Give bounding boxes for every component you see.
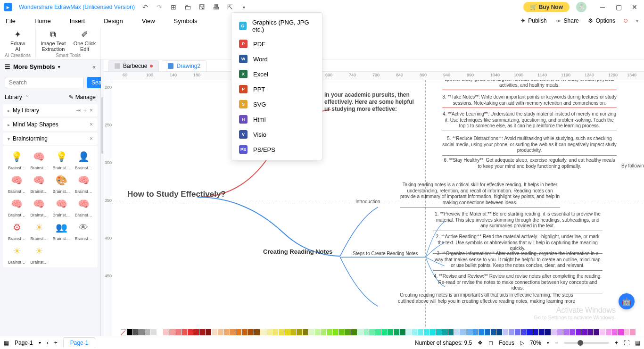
shape-item[interactable]: ☀Brainst… [7, 243, 27, 265]
color-swatch[interactable] [454, 329, 460, 335]
color-swatch[interactable] [297, 329, 302, 335]
node-introduction[interactable]: Introduction [355, 199, 380, 205]
share-button[interactable]: ∞Share [555, 17, 579, 24]
maximize-icon[interactable]: ▢ [613, 3, 624, 11]
plus-icon[interactable]: + [83, 107, 87, 114]
color-swatch[interactable] [606, 329, 611, 335]
export-option[interactable]: SSVG [231, 97, 322, 112]
menu-view[interactable]: View [142, 17, 155, 25]
color-swatch[interactable] [612, 329, 618, 335]
color-swatch[interactable] [618, 329, 624, 335]
shape-item[interactable]: 🧠Brainst… [7, 196, 27, 217]
color-swatch[interactable] [242, 329, 248, 335]
menu-file[interactable]: File [6, 17, 16, 25]
shape-item[interactable]: ⚙Brainst… [7, 219, 27, 241]
color-swatch[interactable] [630, 329, 636, 335]
open-icon[interactable]: 🗀 [184, 3, 191, 11]
buy-now-button[interactable]: 🛒 Buy Now [523, 2, 570, 12]
color-swatch[interactable] [594, 329, 599, 335]
export-option[interactable]: HHtml [231, 112, 322, 127]
color-swatch[interactable] [193, 329, 199, 335]
tab-barbecue[interactable]: Barbecue [108, 60, 159, 71]
color-swatch[interactable] [248, 329, 254, 335]
color-swatch[interactable] [218, 329, 223, 335]
node-b-intro[interactable]: Taking reading notes is a critical skill… [400, 182, 560, 208]
color-swatch[interactable] [303, 329, 308, 335]
sidebar-item-mind-map[interactable]: ▸ Mind Map Shapes × [3, 118, 98, 131]
color-swatch[interactable] [175, 329, 181, 335]
export-option[interactable]: WWord [231, 51, 322, 66]
image-text-extraction-button[interactable]: ⧉ Image Text Extraction [41, 30, 66, 52]
color-swatch[interactable] [224, 329, 230, 335]
color-swatch[interactable] [539, 329, 545, 335]
color-swatch[interactable] [260, 329, 266, 335]
node-intro-para[interactable]: in your academic pursuits, then effectiv… [324, 91, 428, 113]
publish-button[interactable]: ✈Publish [520, 17, 546, 24]
edraw-ai-button[interactable]: ✦ Edraw AI [10, 30, 25, 52]
color-swatch[interactable] [472, 329, 478, 335]
node-r4[interactable]: 4. **Active Learning**: Understand the s… [442, 111, 617, 131]
color-swatch[interactable] [279, 329, 284, 335]
shape-item[interactable]: 🧠Brainst… [51, 196, 72, 217]
node-r1[interactable]: specific study goals and targets. Alloca… [442, 80, 617, 90]
undo-icon[interactable]: ↶ [141, 3, 149, 11]
color-swatch[interactable] [436, 329, 442, 335]
color-swatch[interactable] [254, 329, 260, 335]
color-swatch[interactable] [563, 329, 569, 335]
color-swatch[interactable] [479, 329, 484, 335]
shape-item[interactable]: 👥Brainst… [51, 219, 72, 241]
shape-item[interactable]: 💡Brainst… [7, 149, 27, 170]
minimize-icon[interactable]: ─ [597, 3, 608, 11]
color-swatch[interactable] [199, 329, 205, 335]
color-swatch[interactable] [157, 329, 163, 335]
color-swatch[interactable] [551, 329, 557, 335]
color-swatch[interactable] [624, 329, 630, 335]
color-swatch[interactable] [266, 329, 272, 335]
chevron-down-icon[interactable]: ▾ [240, 3, 248, 11]
color-swatch[interactable] [533, 329, 539, 335]
menu-insert[interactable]: Insert [70, 17, 85, 25]
color-swatch[interactable] [151, 329, 157, 335]
menu-symbols[interactable]: Symbols [174, 17, 198, 25]
chevron-down-icon[interactable]: ▾ [58, 65, 60, 69]
options-button[interactable]: ⚙Options [587, 17, 615, 24]
chevron-up-icon[interactable]: ⌃ [25, 95, 29, 100]
color-swatch[interactable] [424, 329, 429, 335]
color-swatch[interactable] [576, 329, 581, 335]
color-swatch[interactable] [339, 329, 345, 335]
node-r3[interactable]: 3. **Take Notes**: Write down important … [442, 94, 617, 108]
zoom-in-icon[interactable]: + [615, 340, 618, 346]
close-icon[interactable]: × [90, 121, 93, 128]
shape-item[interactable]: 🧠Brainst… [29, 196, 49, 217]
node-creating-reading-notes[interactable]: Creating Reading Notes [263, 248, 332, 255]
save-icon[interactable]: 🖫 [198, 3, 206, 11]
shape-item[interactable]: 🎨Brainst… [51, 172, 72, 194]
color-swatch[interactable] [272, 329, 278, 335]
color-swatch[interactable] [430, 329, 436, 335]
color-swatch[interactable] [394, 329, 399, 335]
color-swatch[interactable] [327, 329, 332, 335]
color-swatch[interactable] [315, 329, 321, 335]
print-icon[interactable]: 🖶 [212, 3, 220, 11]
export-option[interactable]: VVisio [231, 127, 322, 142]
color-swatch[interactable] [503, 329, 508, 335]
node-b4[interactable]: 4. **Revise and Review:** Review and rev… [433, 274, 603, 293]
mindmap-root[interactable]: How to Study Effectively? [127, 190, 226, 199]
export-icon[interactable]: ⇱ [226, 3, 234, 11]
shape-item[interactable]: ☀Brainst… [29, 243, 49, 265]
color-swatch[interactable] [496, 329, 502, 335]
color-swatch[interactable] [509, 329, 514, 335]
collapse-sidebar-icon[interactable]: « [92, 63, 96, 70]
pages-icon[interactable]: ▦ [4, 340, 9, 346]
node-r6[interactable]: 6. **Stay Healthy**: Get adequate sleep,… [442, 158, 617, 169]
color-swatch[interactable] [369, 329, 375, 335]
color-swatch[interactable] [163, 329, 169, 335]
shape-item[interactable]: 🧠Brainst… [7, 172, 27, 194]
color-swatch[interactable] [236, 329, 242, 335]
color-swatch[interactable] [375, 329, 381, 335]
color-swatch[interactable] [485, 329, 490, 335]
color-swatch[interactable] [206, 329, 211, 335]
color-swatch[interactable] [587, 329, 593, 335]
export-option[interactable]: PPPT [231, 82, 322, 97]
export-option[interactable]: PSPS/EPS [231, 142, 322, 157]
